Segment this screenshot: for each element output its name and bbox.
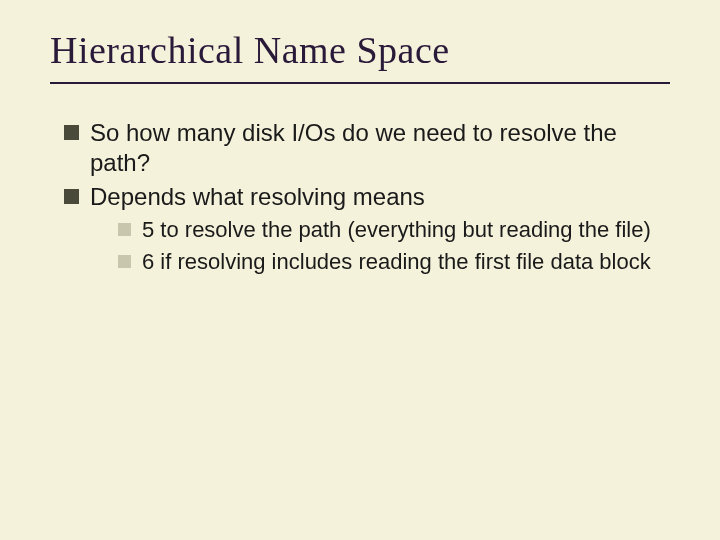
- list-item: Depends what resolving means 5 to resolv…: [64, 182, 670, 276]
- list-item-text: 6 if resolving includes reading the firs…: [142, 249, 651, 274]
- slide-title: Hierarchical Name Space: [50, 28, 670, 72]
- list-item: So how many disk I/Os do we need to reso…: [64, 118, 670, 178]
- list-item: 6 if resolving includes reading the firs…: [118, 248, 670, 276]
- list-item-text: Depends what resolving means: [90, 183, 425, 210]
- bullet-list-level-1: So how many disk I/Os do we need to reso…: [50, 118, 670, 276]
- list-item: 5 to resolve the path (everything but re…: [118, 216, 670, 244]
- list-item-text: So how many disk I/Os do we need to reso…: [90, 119, 617, 176]
- title-divider: [50, 82, 670, 84]
- list-item-text: 5 to resolve the path (everything but re…: [142, 217, 651, 242]
- bullet-list-level-2: 5 to resolve the path (everything but re…: [90, 216, 670, 276]
